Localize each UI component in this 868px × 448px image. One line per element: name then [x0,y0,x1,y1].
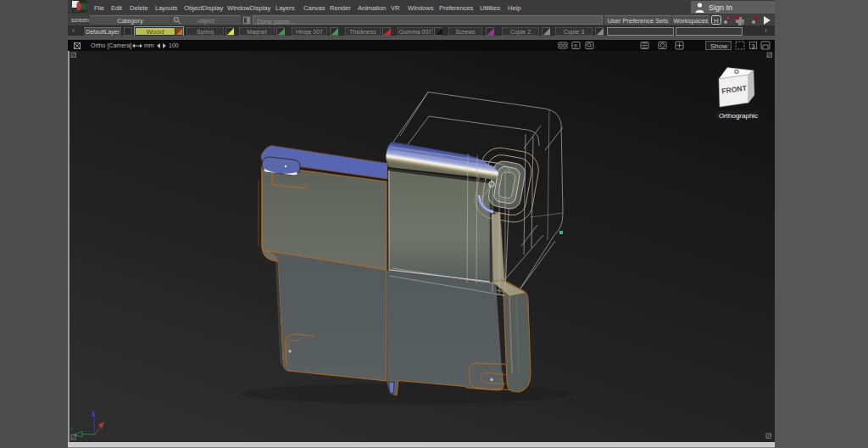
svg-text:B: B [574,43,577,48]
svg-text:Orthographic: Orthographic [719,112,758,120]
svg-text:Y: Y [70,427,74,432]
svg-text:H: H [714,17,719,25]
